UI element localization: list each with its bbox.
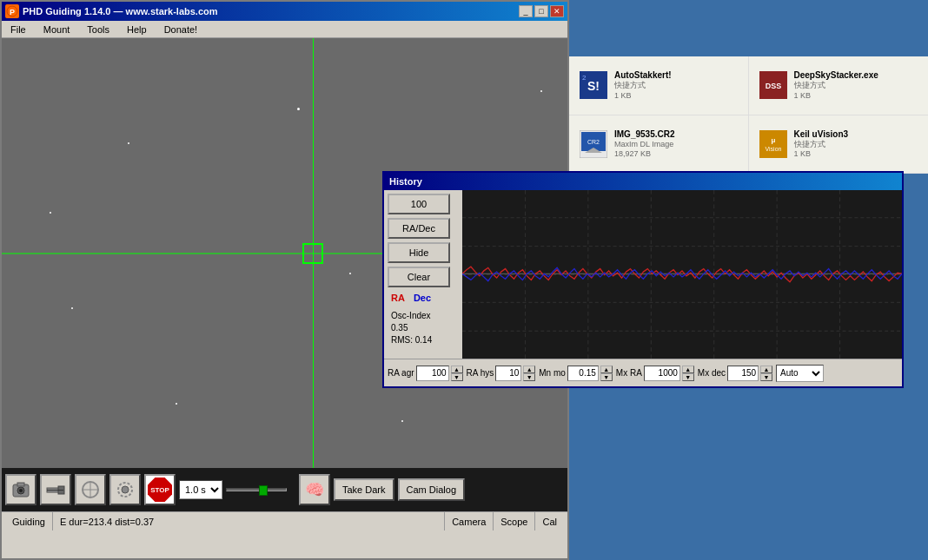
- ra-label: RA: [391, 293, 405, 303]
- autostakkert-image: S! 2: [580, 71, 607, 99]
- ra-agr-input[interactable]: [416, 366, 449, 381]
- close-button[interactable]: ✕: [550, 5, 564, 17]
- history-clear-btn[interactable]: Clear: [388, 267, 450, 287]
- star: [540, 90, 542, 92]
- dec-label: Dec: [414, 293, 431, 303]
- ra-hys-down[interactable]: ▼: [523, 373, 535, 381]
- maximize-button[interactable]: □: [534, 5, 548, 17]
- guiding-info: E dur=213.4 dist=0.37: [53, 512, 445, 530]
- history-ra-dec-labels: RA Dec: [388, 291, 459, 305]
- svg-text:Vision: Vision: [765, 146, 781, 152]
- history-stats: Osc-Index 0.35 RMS: 0.14: [388, 308, 459, 348]
- camera-status: Camera: [445, 512, 494, 530]
- telescope-button[interactable]: [40, 474, 71, 505]
- history-hide-btn[interactable]: Hide: [388, 242, 450, 263]
- mx-ra-label: Mx RA: [616, 368, 642, 378]
- mn-mo-down[interactable]: ▼: [600, 373, 613, 381]
- ra-agr-group: RA agr ▲ ▼: [388, 366, 463, 381]
- stop-button[interactable]: STOP: [144, 474, 176, 505]
- mx-ra-arrows: ▲ ▼: [682, 366, 694, 381]
- star: [349, 273, 351, 274]
- deepskystacker-image: DSS: [759, 71, 787, 99]
- ra-hys-label: RA hys: [467, 368, 494, 378]
- bottom-toolbar: STOP 1.0 s 0.5 s 2.0 s 5.0 s 🧠 Take Dark…: [2, 468, 567, 511]
- mn-mo-up[interactable]: ▲: [600, 366, 613, 373]
- guiding-status: Guiding: [5, 512, 53, 530]
- ra-agr-up[interactable]: ▲: [451, 366, 463, 373]
- osc-value: 0.35: [391, 322, 455, 334]
- history-radec-btn[interactable]: RA/Dec: [388, 218, 450, 239]
- menu-mount[interactable]: Mount: [38, 23, 76, 36]
- keil-icon[interactable]: μ Vision Keil uVision3 快捷方式 1 KB: [749, 115, 929, 175]
- stop-sign: STOP: [148, 478, 172, 502]
- phd-app-icon: P: [5, 4, 19, 18]
- gain-slider-thumb[interactable]: [259, 485, 268, 496]
- minimize-button[interactable]: _: [519, 5, 533, 17]
- star: [50, 212, 51, 214]
- auto-group: Auto Manual: [776, 365, 824, 382]
- cam-dialog-button[interactable]: Cam Dialog: [398, 478, 465, 501]
- mx-dec-input[interactable]: [727, 366, 759, 381]
- take-dark-button[interactable]: Take Dark: [334, 478, 394, 501]
- phd-menubar: File Mount Tools Help Donate!: [2, 21, 567, 38]
- status-bar: Guiding E dur=213.4 dist=0.37 Camera Sco…: [2, 511, 567, 530]
- star: [176, 403, 177, 405]
- mx-dec-group: Mx dec ▲ ▼: [698, 366, 772, 381]
- history-title: History: [389, 176, 422, 187]
- mx-dec-up[interactable]: ▲: [760, 366, 772, 373]
- mx-dec-down[interactable]: ▼: [760, 373, 772, 381]
- menu-tools[interactable]: Tools: [82, 23, 115, 36]
- mn-mo-label: Mn mo: [539, 368, 566, 378]
- mx-ra-input[interactable]: [644, 366, 680, 381]
- mn-mo-input[interactable]: [567, 366, 599, 381]
- ra-hys-input[interactable]: [495, 366, 521, 381]
- ra-hys-group: RA hys ▲ ▼: [467, 366, 536, 381]
- svg-text:S!: S!: [587, 79, 600, 93]
- scope-status: Scope: [494, 512, 535, 530]
- svg-text:DSS: DSS: [765, 82, 781, 90]
- deepskystacker-icon[interactable]: DSS DeepSkyStacker.exe 快捷方式 1 KB: [749, 56, 929, 115]
- ra-agr-arrows: ▲ ▼: [451, 366, 463, 381]
- svg-text:2: 2: [582, 74, 587, 82]
- cal-status: Cal: [535, 512, 564, 530]
- mx-ra-down[interactable]: ▼: [682, 373, 694, 381]
- menu-help[interactable]: Help: [122, 23, 152, 36]
- phd-title: PHD Guiding 1.14.0 — www.stark-labs.com: [23, 6, 218, 16]
- ra-hys-up[interactable]: ▲: [523, 366, 535, 373]
- history-controls-panel: 100 RA/Dec Hide Clear RA Dec Osc-Index 0…: [384, 190, 462, 359]
- ra-agr-label: RA agr: [388, 368, 414, 378]
- img-cr2-text: IMG_9535.CR2 MaxIm DL Image 18,927 KB: [614, 128, 674, 160]
- menu-file[interactable]: File: [5, 23, 31, 36]
- history-value-btn[interactable]: 100: [388, 194, 450, 214]
- svg-text:μ: μ: [771, 136, 775, 144]
- star: [401, 420, 403, 422]
- auto-select[interactable]: Auto Manual: [776, 365, 824, 382]
- history-graph: [462, 190, 902, 359]
- gain-slider-container: [226, 488, 295, 491]
- menu-donate[interactable]: Donate!: [159, 23, 203, 36]
- history-spinners: RA agr ▲ ▼ RA hys ▲ ▼ Mn mo ▲ ▼ Mx RA: [384, 359, 902, 386]
- mx-ra-group: Mx RA ▲ ▼: [616, 366, 694, 381]
- keil-text: Keil uVision3 快捷方式 1 KB: [794, 128, 849, 160]
- svg-text:P: P: [10, 8, 15, 16]
- desktop-icons-panel: S! 2 AutoStakkert! 快捷方式 1 KB DSS DeepSky…: [569, 56, 928, 174]
- mx-ra-up[interactable]: ▲: [682, 366, 694, 373]
- mn-mo-arrows: ▲ ▼: [600, 366, 613, 381]
- guide-box: [302, 243, 323, 264]
- svg-rect-17: [17, 483, 24, 486]
- star: [128, 142, 129, 144]
- settings-button[interactable]: [109, 474, 141, 505]
- brain-button[interactable]: 🧠: [299, 474, 330, 505]
- ra-agr-down[interactable]: ▼: [451, 373, 463, 381]
- history-window: History 100 RA/Dec Hide Clear RA Dec Osc…: [382, 171, 904, 388]
- autostakkert-text: AutoStakkert! 快捷方式 1 KB: [614, 69, 672, 101]
- exposure-select[interactable]: 1.0 s 0.5 s 2.0 s 5.0 s: [179, 480, 222, 499]
- img-cr2-icon[interactable]: CR2 IMG_9535.CR2 MaxIm DL Image 18,927 K…: [569, 115, 749, 175]
- svg-point-16: [19, 489, 23, 492]
- star: [71, 307, 73, 309]
- mn-mo-group: Mn mo ▲ ▼: [539, 366, 613, 381]
- phd-titlebar: P PHD Guiding 1.14.0 — www.stark-labs.co…: [2, 2, 567, 21]
- calibrate-button[interactable]: [75, 474, 106, 505]
- camera-button[interactable]: [5, 474, 36, 505]
- autostakkert-icon[interactable]: S! 2 AutoStakkert! 快捷方式 1 KB: [569, 56, 749, 115]
